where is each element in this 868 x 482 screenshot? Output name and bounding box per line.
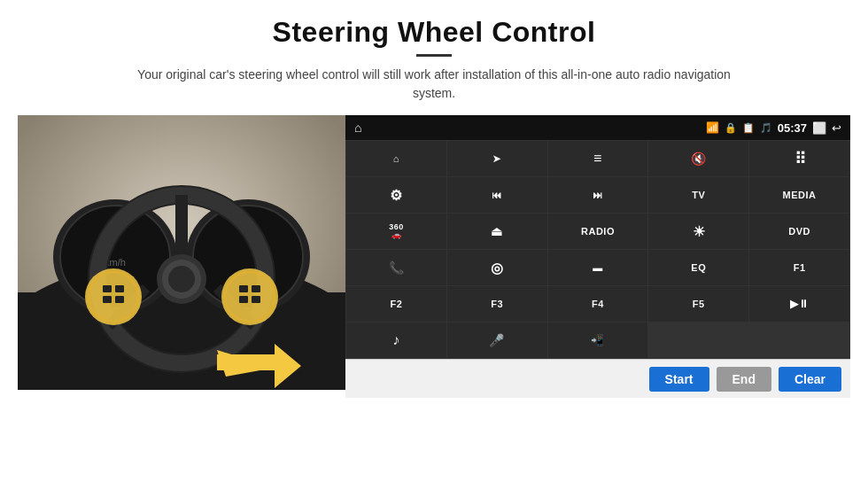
- eject-icon: ⏏: [491, 224, 503, 238]
- svg-point-18: [221, 268, 278, 325]
- svg-point-15: [168, 266, 195, 292]
- btn-settings[interactable]: ⚙: [346, 177, 446, 213]
- svg-rect-22: [103, 296, 112, 303]
- clear-button[interactable]: Clear: [779, 367, 841, 392]
- svg-rect-21: [115, 285, 124, 292]
- f5-label: F5: [693, 299, 705, 309]
- mic-icon: 🎤: [489, 333, 505, 347]
- playpause-icon: ▶⏸: [790, 298, 810, 310]
- btn-media[interactable]: MEDIA: [749, 177, 849, 213]
- btn-next[interactable]: ⏭: [548, 177, 648, 213]
- btn-dvd[interactable]: DVD: [749, 214, 849, 249]
- btn-360cam[interactable]: 360🚗: [346, 214, 446, 249]
- btn-list[interactable]: ≡: [548, 141, 648, 176]
- title-divider: [416, 54, 452, 57]
- back-icon[interactable]: ↩: [832, 121, 841, 135]
- btn-mode[interactable]: ➤: [447, 141, 547, 176]
- mode-label: ➤: [492, 153, 501, 165]
- wifi-icon: 📶: [706, 121, 719, 134]
- btn-f1[interactable]: F1: [749, 250, 849, 285]
- settings-icon: ⚙: [390, 187, 403, 204]
- f2-label: F2: [390, 299, 402, 309]
- list-icon: ≡: [593, 151, 602, 167]
- head-unit: ⌂ 📶 🔒 📋 🎵 05:37 ⬜ ↩ ⌂ ➤ ≡ 🔇: [345, 115, 850, 398]
- radio-label: RADIO: [581, 226, 615, 237]
- prev-icon: ⏮: [492, 190, 502, 200]
- btn-music[interactable]: ♪: [346, 323, 446, 358]
- home-icon[interactable]: ⌂: [354, 120, 361, 135]
- svg-rect-2: [18, 292, 345, 390]
- buttons-grid: ⌂ ➤ ≡ 🔇 ⠿ ⚙ ⏮ ⏭ TV MEDIA 360🚗 ⏏ RADIO ☀ …: [345, 140, 850, 359]
- status-bar-right: 📶 🔒 📋 🎵 05:37 ⬜ ↩: [706, 121, 841, 135]
- btn-brightness[interactable]: ☀: [648, 214, 748, 249]
- sim-icon: 📋: [742, 122, 755, 134]
- f3-label: F3: [491, 299, 503, 309]
- next-icon: ⏭: [593, 190, 603, 200]
- btn-radio[interactable]: RADIO: [548, 214, 648, 249]
- status-bar: ⌂ 📶 🔒 📋 🎵 05:37 ⬜ ↩: [345, 115, 850, 140]
- screen-icon: ▬: [593, 262, 603, 273]
- vol-mute-icon: 🔇: [691, 152, 707, 166]
- eq-label: EQ: [691, 262, 706, 273]
- lock-icon: 🔒: [725, 122, 737, 134]
- btn-eq[interactable]: EQ: [648, 250, 748, 285]
- btn-phone[interactable]: 📞: [346, 250, 446, 285]
- btn-screen[interactable]: ▬: [548, 250, 648, 285]
- btn-f2[interactable]: F2: [346, 286, 446, 322]
- window-icon[interactable]: ⬜: [812, 121, 826, 135]
- btn-f4[interactable]: F4: [548, 286, 648, 322]
- status-time: 05:37: [778, 121, 807, 135]
- car-image: km/h: [18, 115, 345, 390]
- svg-rect-27: [252, 296, 260, 303]
- svg-rect-20: [103, 285, 112, 292]
- subtitle: Your original car's steering wheel contr…: [133, 66, 735, 103]
- start-button[interactable]: Start: [649, 367, 709, 392]
- cam-icon: 360🚗: [389, 223, 404, 239]
- btn-f5[interactable]: F5: [648, 286, 748, 322]
- btn-apps[interactable]: ⠿: [749, 141, 849, 176]
- btn-playpause[interactable]: ▶⏸: [749, 286, 849, 322]
- btn-f3[interactable]: F3: [447, 286, 547, 322]
- f4-label: F4: [592, 299, 604, 309]
- btn-nav[interactable]: ◎: [447, 250, 547, 285]
- btn-vol-mute[interactable]: 🔇: [648, 141, 748, 176]
- bt-icon: 🎵: [760, 122, 772, 134]
- btn-handsfree[interactable]: 📲: [548, 323, 648, 358]
- svg-rect-25: [252, 285, 260, 292]
- status-bar-home[interactable]: ⌂: [354, 120, 361, 135]
- svg-rect-23: [115, 296, 124, 303]
- nav-icon: ◎: [491, 260, 504, 276]
- steering-wheel-svg: km/h: [18, 115, 345, 390]
- btn-prev[interactable]: ⏮: [447, 177, 547, 213]
- page-title: Steering Wheel Control: [273, 16, 596, 49]
- phone-icon: 📞: [389, 260, 405, 275]
- f1-label: F1: [794, 262, 806, 273]
- svg-rect-29: [217, 354, 275, 370]
- tv-label: TV: [692, 190, 705, 200]
- svg-rect-26: [239, 296, 248, 303]
- home-btn-icon: ⌂: [393, 153, 399, 164]
- svg-rect-24: [239, 285, 248, 292]
- svg-point-16: [85, 268, 142, 325]
- handsfree-icon: 📲: [591, 334, 605, 346]
- brightness-icon: ☀: [693, 223, 706, 240]
- apps-icon: ⠿: [794, 149, 804, 168]
- btn-eject[interactable]: ⏏: [447, 214, 547, 249]
- page-container: Steering Wheel Control Your original car…: [0, 0, 868, 398]
- content-row: km/h: [18, 115, 850, 398]
- media-label: MEDIA: [783, 190, 817, 200]
- btn-tv[interactable]: TV: [648, 177, 748, 213]
- music-icon: ♪: [392, 332, 400, 348]
- end-button[interactable]: End: [717, 367, 771, 392]
- btn-home[interactable]: ⌂: [346, 141, 446, 176]
- action-bar: Start End Clear: [345, 359, 850, 398]
- dvd-label: DVD: [788, 226, 810, 237]
- btn-mic[interactable]: 🎤: [447, 323, 547, 358]
